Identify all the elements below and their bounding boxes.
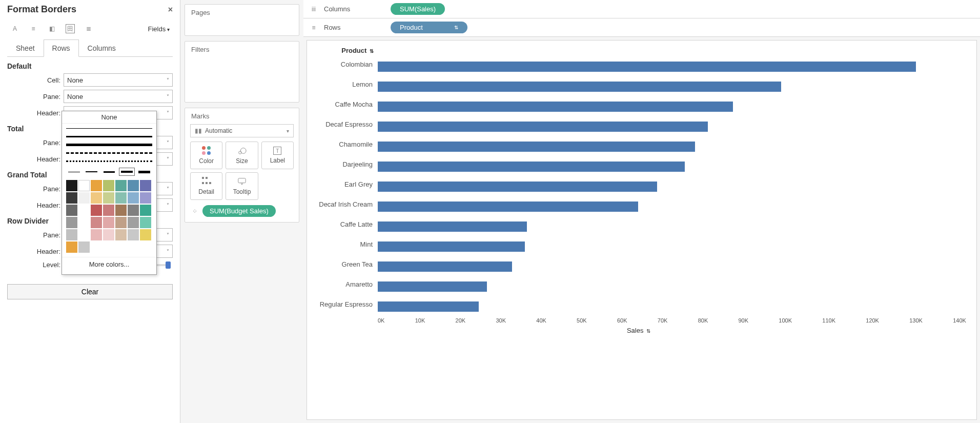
- color-swatch[interactable]: [78, 180, 90, 191]
- color-swatch[interactable]: [103, 192, 114, 204]
- sales-bar[interactable]: [378, 221, 527, 232]
- color-swatch[interactable]: [128, 180, 139, 191]
- color-swatch[interactable]: [128, 192, 139, 204]
- color-swatch[interactable]: [128, 217, 139, 228]
- sales-bar[interactable]: [378, 261, 512, 272]
- lines-icon[interactable]: ≣: [84, 24, 93, 33]
- color-swatch[interactable]: [140, 205, 151, 216]
- row-label: Earl Grey: [311, 180, 378, 188]
- popup-none-option[interactable]: None: [62, 111, 156, 124]
- rows-pill-label: Product: [400, 24, 423, 31]
- sales-bar[interactable]: [378, 142, 695, 152]
- thickness-2[interactable]: [84, 168, 99, 176]
- sales-bar[interactable]: [378, 241, 525, 252]
- sales-bar[interactable]: [378, 62, 916, 72]
- sales-bar[interactable]: [378, 82, 781, 92]
- color-swatch[interactable]: [115, 217, 127, 228]
- tooltip-button[interactable]: Tooltip: [226, 172, 258, 200]
- axis-tick: 0K: [378, 317, 384, 324]
- sales-bar[interactable]: [378, 182, 657, 192]
- fields-dropdown[interactable]: Fields: [148, 25, 170, 33]
- color-swatch[interactable]: [66, 192, 77, 204]
- color-swatch[interactable]: [115, 205, 127, 216]
- color-swatch[interactable]: [128, 205, 139, 216]
- thickness-5[interactable]: [137, 168, 152, 176]
- color-swatch[interactable]: [66, 217, 77, 228]
- color-swatch[interactable]: [128, 229, 139, 240]
- label-button[interactable]: T Label: [261, 142, 294, 169]
- font-icon[interactable]: A: [10, 24, 19, 33]
- bars-cell: [378, 234, 966, 254]
- sort-icon[interactable]: ⇅: [370, 48, 374, 54]
- columns-pill[interactable]: SUM(Sales): [391, 3, 445, 15]
- color-swatch[interactable]: [140, 229, 151, 240]
- thickness-3[interactable]: [101, 168, 117, 176]
- color-swatch[interactable]: [91, 217, 102, 228]
- sales-bar[interactable]: [378, 122, 708, 132]
- thickness-row: [62, 166, 156, 178]
- tab-rows[interactable]: Rows: [44, 39, 79, 57]
- sales-bar[interactable]: [378, 301, 479, 312]
- chart-row: Chamomile: [311, 134, 966, 154]
- color-swatch[interactable]: [91, 180, 102, 191]
- size-button[interactable]: Size: [226, 142, 258, 169]
- sales-bar[interactable]: [378, 162, 685, 172]
- axis-tick: 80K: [698, 317, 708, 324]
- tab-sheet[interactable]: Sheet: [7, 39, 44, 56]
- cell-select[interactable]: None: [64, 73, 173, 87]
- color-swatch[interactable]: [140, 180, 151, 191]
- pane-select-default[interactable]: None: [64, 90, 173, 103]
- color-swatch[interactable]: [91, 192, 102, 204]
- line-dotted[interactable]: [66, 157, 152, 165]
- color-swatch[interactable]: [66, 205, 77, 216]
- line-solid-thick[interactable]: [66, 141, 152, 148]
- color-swatch[interactable]: [91, 229, 102, 240]
- axis-tick: 20K: [456, 317, 466, 324]
- thickness-4[interactable]: [119, 168, 134, 176]
- sales-bar[interactable]: [378, 102, 733, 112]
- line-solid-thin[interactable]: [66, 125, 152, 132]
- filters-card[interactable]: Filters: [185, 41, 299, 103]
- sales-bar[interactable]: [378, 281, 487, 292]
- color-swatch[interactable]: [115, 229, 127, 240]
- mark-type-select[interactable]: ▮▮Automatic: [190, 124, 294, 137]
- pages-card[interactable]: Pages: [185, 4, 299, 36]
- color-swatch[interactable]: [66, 180, 77, 191]
- x-axis-title: Sales ⇅: [311, 327, 966, 334]
- color-swatch[interactable]: [78, 192, 90, 204]
- sales-bar[interactable]: [378, 202, 638, 212]
- color-swatch[interactable]: [91, 205, 102, 216]
- slider-thumb[interactable]: [166, 261, 171, 269]
- clear-button[interactable]: Clear: [7, 284, 173, 299]
- color-swatch[interactable]: [103, 205, 114, 216]
- detail-button[interactable]: Detail: [190, 172, 222, 200]
- tab-columns[interactable]: Columns: [79, 39, 125, 56]
- shading-icon[interactable]: ◧: [47, 24, 56, 33]
- header-label-total: Header:: [7, 155, 64, 163]
- color-swatch[interactable]: [103, 180, 114, 191]
- budget-sales-pill[interactable]: SUM(Budget Sales): [202, 205, 276, 217]
- axis-sort-icon[interactable]: ⇅: [646, 328, 650, 334]
- border-style-popup: None More colors...: [62, 111, 157, 275]
- color-swatch[interactable]: [140, 192, 151, 204]
- color-swatch[interactable]: [103, 229, 114, 240]
- color-button[interactable]: Color: [190, 142, 222, 169]
- close-icon[interactable]: ×: [168, 5, 173, 14]
- borders-icon[interactable]: 田: [66, 24, 75, 33]
- line-dashed[interactable]: [66, 149, 152, 156]
- color-swatch[interactable]: [140, 217, 151, 228]
- color-swatch[interactable]: [66, 229, 77, 240]
- more-colors-button[interactable]: More colors...: [62, 257, 156, 271]
- color-swatch[interactable]: [115, 192, 127, 204]
- color-swatch[interactable]: [115, 180, 127, 191]
- align-icon[interactable]: ≡: [29, 24, 38, 33]
- rows-shelf[interactable]: ≡ Rows Product ⇅: [303, 18, 980, 37]
- thickness-1[interactable]: [66, 168, 81, 176]
- line-solid-med[interactable]: [66, 133, 152, 140]
- rows-pill[interactable]: Product ⇅: [391, 22, 467, 33]
- color-swatch[interactable]: [66, 241, 77, 253]
- columns-shelf[interactable]: iii Columns SUM(Sales): [303, 0, 980, 18]
- color-swatch[interactable]: [103, 217, 114, 228]
- row-label: Caffe Latte: [311, 220, 378, 228]
- color-swatch[interactable]: [78, 241, 90, 253]
